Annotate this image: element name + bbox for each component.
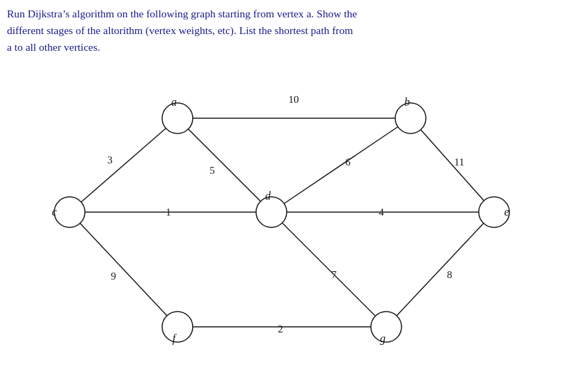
vertex-label-c: c xyxy=(51,206,56,218)
edge-weight-d-g: 7 xyxy=(331,269,337,280)
edge-weight-a-c: 3 xyxy=(107,154,113,166)
edge-weight-c-d: 1 xyxy=(166,207,171,218)
edge-weight-d-e: 4 xyxy=(379,207,384,218)
edge-weight-b-d: 6 xyxy=(345,156,351,168)
vertex-b xyxy=(395,103,426,134)
edge-b-e xyxy=(411,118,494,212)
edge-c-f xyxy=(70,212,177,327)
vertex-label-b: b xyxy=(404,96,410,108)
vertex-a xyxy=(162,103,193,134)
edge-d-g xyxy=(271,212,386,327)
edge-weight-a-d: 5 xyxy=(209,165,215,176)
edge-a-d xyxy=(177,118,271,212)
vertex-label-e: e xyxy=(504,206,509,218)
edge-weight-b-e: 11 xyxy=(454,156,464,168)
vertex-d xyxy=(256,197,287,227)
edge-weight-c-f: 9 xyxy=(111,271,116,282)
edge-weight-e-g: 8 xyxy=(447,269,452,280)
vertex-label-a: a xyxy=(171,96,177,108)
edge-a-c xyxy=(70,118,177,212)
vertex-label-d: d xyxy=(265,190,271,202)
vertex-g xyxy=(371,312,402,342)
vertex-label-g: g xyxy=(380,332,386,345)
vertex-c xyxy=(54,197,85,227)
vertex-f xyxy=(162,312,193,342)
edge-b-d xyxy=(271,118,411,212)
problem-text: Run Dijkstra’s algorithm on the followin… xyxy=(7,6,581,56)
edge-weight-f-g: 2 xyxy=(278,323,283,334)
edge-weight-a-b: 10 xyxy=(289,94,299,105)
graph-svg: 1035611147892abcdefg xyxy=(0,63,588,376)
graph-container: 1035611147892abcdefg xyxy=(0,63,588,376)
edge-e-g xyxy=(386,212,494,327)
